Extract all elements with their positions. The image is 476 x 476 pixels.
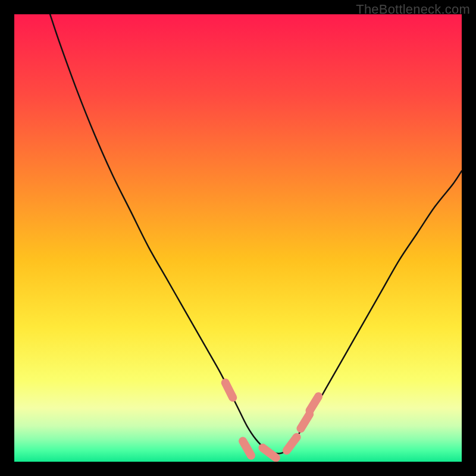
valley-marker-left bbox=[226, 383, 233, 397]
bottleneck-curve bbox=[50, 14, 462, 453]
valley-marker-mid2 bbox=[262, 448, 275, 458]
valley-marker-mid1 bbox=[243, 441, 251, 455]
valley-marker-right1 bbox=[287, 437, 297, 450]
chart-frame: TheBottleneck.com bbox=[0, 0, 476, 476]
valley-marker-right2 bbox=[300, 414, 309, 428]
valley-markers bbox=[226, 383, 318, 458]
curve-layer bbox=[14, 14, 462, 462]
plot-area bbox=[14, 14, 462, 462]
valley-marker-right3 bbox=[310, 396, 319, 411]
